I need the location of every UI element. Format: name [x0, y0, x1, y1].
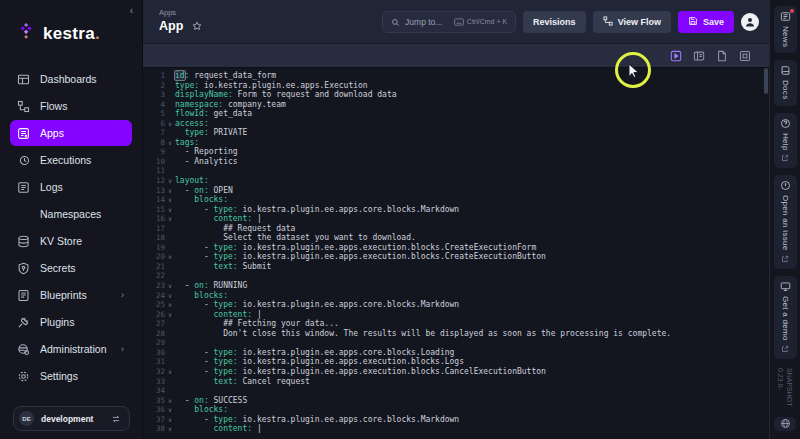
editor-line[interactable]: 4namespace: company.team [143, 100, 769, 110]
fold-chevron-icon[interactable]: ∨ [165, 415, 175, 425]
sidebar-item-executions[interactable]: Executions [10, 147, 132, 173]
editor-line[interactable]: 35∨ - on: SUCCESS [143, 396, 769, 406]
editor-line[interactable]: 30 - type: io.kestra.plugin.ee.apps.core… [143, 348, 769, 358]
editor-line[interactable]: 31 - type: io.kestra.plugin.ee.apps.exec… [143, 357, 769, 367]
line-number: 38 [143, 424, 165, 434]
editor-line[interactable]: 29 [143, 338, 769, 348]
sidebar-item-logs[interactable]: Logs [10, 174, 132, 200]
editor-line[interactable]: 26∨ content: | [143, 310, 769, 320]
line-number: 36 [143, 405, 165, 415]
fold-chevron-icon[interactable]: ∨ [165, 300, 175, 310]
fold-chevron-icon[interactable]: ∨ [165, 405, 175, 415]
fold-chevron-icon[interactable]: ∨ [165, 186, 175, 196]
sidebar-item-administration[interactable]: Administration› [10, 336, 132, 362]
export-icon[interactable] [739, 50, 751, 62]
editor-line[interactable]: 13∨ - on: OPEN [143, 186, 769, 196]
fold-chevron-icon[interactable]: ∨ [165, 205, 175, 215]
fold-chevron-icon[interactable]: ∨ [165, 214, 175, 224]
sidebar-item-settings[interactable]: Settings [10, 363, 132, 389]
namespaces-icon [16, 207, 30, 221]
editor-line[interactable]: 20∨ - type: io.kestra.plugin.ee.apps.exe… [143, 252, 769, 262]
editor-line[interactable]: 15∨ - type: io.kestra.plugin.ee.apps.cor… [143, 205, 769, 215]
editor-line[interactable]: 6∨access: [143, 119, 769, 129]
editor-line[interactable]: 37∨ - type: io.kestra.plugin.ee.apps.cor… [143, 415, 769, 425]
fold-chevron-icon[interactable]: ∨ [165, 119, 175, 129]
editor-line[interactable]: 12∨layout: [143, 176, 769, 186]
fold-chevron-icon[interactable]: ∨ [165, 291, 175, 301]
fold-chevron-icon[interactable]: ∨ [165, 424, 175, 434]
editor-line[interactable]: 21 text: Submit [143, 262, 769, 272]
fold-chevron-icon[interactable]: ∨ [165, 281, 175, 291]
editor-line[interactable]: 19 - type: io.kestra.plugin.ee.apps.exec… [143, 243, 769, 253]
revisions-button[interactable]: Revisions [523, 11, 586, 33]
editor-line[interactable]: 38∨ content: | [143, 424, 769, 434]
code-text: - type: io.kestra.plugin.ee.apps.executi… [175, 252, 546, 262]
preview-app-icon[interactable] [670, 50, 682, 62]
code-text: - Reporting [175, 147, 238, 157]
editor-line[interactable]: 32∨ - type: io.kestra.plugin.ee.apps.exe… [143, 367, 769, 377]
code-editor[interactable]: 1id: request_data_form2type: io.kestra.p… [143, 68, 769, 439]
fold-chevron-icon[interactable]: ∨ [165, 138, 175, 148]
editor-line[interactable]: 36∨ blocks: [143, 405, 769, 415]
view-flow-button[interactable]: View Flow [593, 11, 671, 33]
editor-line[interactable]: 1id: request_data_form [143, 71, 769, 81]
rail-button-get-a-demo[interactable]: Get a demo [774, 276, 797, 359]
sidebar-item-blueprints[interactable]: Blueprints› [10, 282, 132, 308]
search-icon [391, 13, 400, 31]
editor-line[interactable]: 16∨ content: | [143, 214, 769, 224]
sidebar-item-apps[interactable]: Apps [10, 120, 132, 146]
editor-line[interactable]: 23∨ - on: RUNNING [143, 281, 769, 291]
external-link-icon [781, 255, 789, 263]
sidebar-item-namespaces[interactable]: Namespaces [10, 201, 132, 227]
editor-line[interactable]: 8∨tags: [143, 138, 769, 148]
fold-chevron-icon[interactable]: ∨ [165, 176, 175, 186]
editor-line[interactable]: 34 [143, 386, 769, 396]
fold-chevron-icon[interactable]: ∨ [165, 252, 175, 262]
external-link-icon [781, 154, 789, 162]
editor-line[interactable]: 17 ## Request data [143, 224, 769, 234]
favorite-star-icon[interactable] [192, 17, 202, 35]
fold-chevron-icon[interactable]: ∨ [165, 310, 175, 320]
collapse-sidebar-icon[interactable]: ‹ [130, 5, 133, 16]
editor-line[interactable]: 14∨ blocks: [143, 195, 769, 205]
save-button[interactable]: Save [678, 11, 734, 33]
code-text: content: | [175, 214, 262, 224]
rail-button-help[interactable]: Help [774, 113, 797, 169]
editor-line[interactable]: 25∨ - type: io.kestra.plugin.ee.apps.cor… [143, 300, 769, 310]
sidebar-item-flows[interactable]: Flows [10, 93, 132, 119]
sidebar-item-plugins[interactable]: Plugins [10, 309, 132, 335]
rail-button-docs[interactable]: Docs [774, 60, 797, 105]
editor-line[interactable]: 27 ## Fetching your data... [143, 319, 769, 329]
editor-line[interactable]: 11 [143, 166, 769, 176]
sidebar-item-dashboards[interactable]: Dashboards [10, 66, 132, 92]
sidebar-item-secrets[interactable]: Secrets [10, 255, 132, 281]
sidebar-item-kv-store[interactable]: KV Store [10, 228, 132, 254]
editor-line[interactable]: 9 - Reporting [143, 147, 769, 157]
file-icon[interactable] [716, 50, 728, 62]
fold-chevron-icon[interactable]: ∨ [165, 195, 175, 205]
editor-line[interactable]: 3displayName: Form to request and downlo… [143, 90, 769, 100]
support-button[interactable] [774, 417, 796, 431]
editor-line[interactable]: 22 [143, 271, 769, 281]
switch-environment-icon[interactable] [111, 410, 121, 428]
user-avatar[interactable] [741, 13, 759, 31]
environment-selector[interactable]: DE development [13, 406, 130, 431]
search-input[interactable]: Jump to... Ctrl/Cmd + K [382, 11, 516, 33]
rail-button-open-an-issue[interactable]: Open an issue [774, 175, 797, 269]
editor-line[interactable]: 33 text: Cancel request [143, 377, 769, 387]
fold-chevron-icon[interactable]: ∨ [165, 396, 175, 406]
editor-scrollbar[interactable] [764, 68, 768, 94]
docs-panel-icon[interactable] [693, 50, 705, 62]
editor-line[interactable]: 18 Select the dataset you want to downlo… [143, 233, 769, 243]
editor-line[interactable]: 2type: io.kestra.plugin.ee.apps.Executio… [143, 81, 769, 91]
editor-line[interactable]: 10 - Analytics [143, 157, 769, 167]
breadcrumb[interactable]: Apps [159, 8, 202, 17]
kestra-logo[interactable]: kestra. [0, 0, 142, 60]
editor-line[interactable]: 7 type: PRIVATE [143, 128, 769, 138]
editor-line[interactable]: 24∨ blocks: [143, 291, 769, 301]
editor-line[interactable]: 28 Don't close this window. The results … [143, 329, 769, 339]
fold-spacer [165, 224, 175, 234]
editor-line[interactable]: 5flowId: get_data [143, 109, 769, 119]
rail-button-news[interactable]: News [774, 6, 797, 53]
fold-chevron-icon[interactable]: ∨ [165, 367, 175, 377]
